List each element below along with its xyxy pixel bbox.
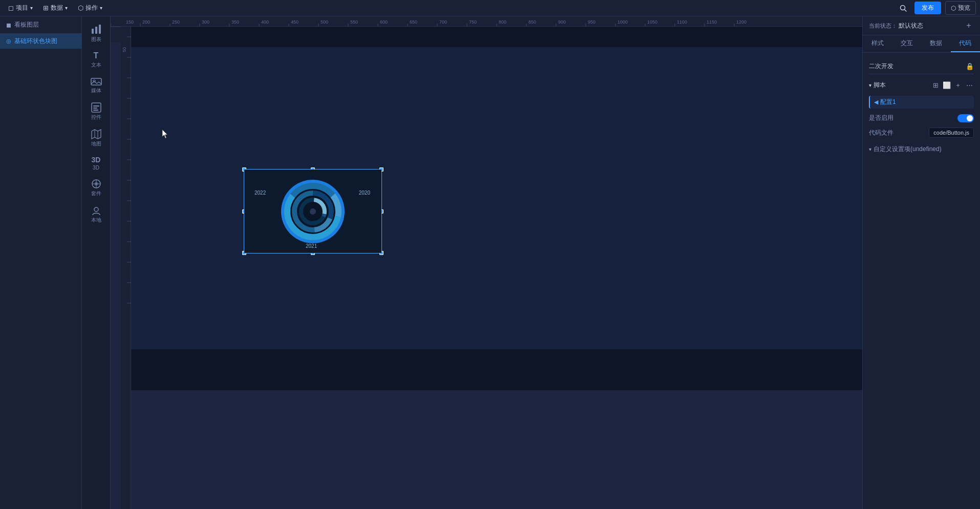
ruler-top: 150 200 250 300 350 400 450 500 550 600 (111, 16, 862, 27)
sidebar-item-map[interactable]: 地图 (85, 126, 108, 151)
svg-text:800: 800 (499, 19, 506, 25)
layer-item-chart[interactable]: ◎ 基础环状色块图 (0, 34, 81, 49)
svg-text:750: 750 (469, 19, 477, 25)
canvas-main-page (131, 47, 862, 349)
ruler-left-svg: 50 100 (121, 27, 131, 509)
tab-code[interactable]: 代码 (951, 35, 980, 52)
code-file-row: 代码文件 code/Button.js (869, 128, 974, 138)
preview-label: 预览 (958, 4, 970, 12)
sidebar-kit-label: 套件 (91, 190, 101, 197)
publish-button[interactable]: 发布 (914, 2, 941, 14)
script-section-title: ▾ 脚本 (869, 81, 886, 90)
preview-button[interactable]: ⬡ 预览 (945, 1, 976, 15)
script-section-actions: ⊞ ⬜ + ⋯ (931, 80, 974, 90)
right-panel-content: 二次开发 🔒 ▾ 脚本 ⊞ ⬜ + ⋯ ◀ 配置1 (863, 53, 980, 509)
code-file-label: 代码文件 (869, 129, 893, 137)
svg-point-87 (310, 208, 316, 215)
chart-widget[interactable]: 2022 2020 2021 (244, 169, 382, 253)
svg-text:550: 550 (350, 19, 358, 25)
chart-widget-inner: 2022 2020 2021 (244, 169, 381, 253)
svg-text:650: 650 (410, 19, 417, 25)
custom-settings-label: 自定义设置项(undefined) (874, 145, 942, 154)
script-item-name: 配置1 (880, 98, 970, 107)
ruler-left: 50 100 (121, 27, 131, 509)
svg-text:700: 700 (439, 19, 447, 25)
page-header-bar (131, 27, 862, 47)
left-layers-panel: ◼ 看板图层 ◎ 基础环状色块图 (0, 16, 82, 509)
layers-icon: ◼ (6, 22, 11, 29)
second-dev-title: 二次开发 (869, 62, 893, 71)
layers-title: 看板图层 (14, 20, 39, 29)
svg-point-15 (94, 207, 98, 211)
add-state-button[interactable]: + (964, 20, 974, 31)
sidebar-item-kit[interactable]: 套件 (85, 176, 108, 200)
svg-text:200: 200 (142, 19, 150, 25)
svg-text:1100: 1100 (677, 19, 687, 25)
second-dev-section[interactable]: 二次开发 🔒 (869, 58, 974, 74)
menu-project-label: 项目 (16, 4, 28, 12)
script-title-text: 脚本 (874, 81, 886, 90)
sidebar-item-controls[interactable]: 控件 (85, 99, 108, 124)
svg-rect-5 (91, 78, 101, 85)
svg-rect-14 (95, 182, 98, 185)
sidebar-item-chart[interactable]: 图表 (85, 20, 108, 46)
svg-text:850: 850 (528, 19, 536, 25)
svg-text:350: 350 (231, 19, 239, 25)
data-arrow-icon: ▾ (65, 5, 68, 11)
svg-text:1000: 1000 (617, 19, 628, 25)
canvas-page-area: 2022 2020 2021 (131, 27, 862, 509)
page-footer-bar (131, 349, 862, 390)
ruler-top-svg: 150 200 250 300 350 400 450 500 550 600 (111, 16, 862, 26)
enable-toggle[interactable] (957, 114, 974, 122)
tab-data[interactable]: 数据 (922, 35, 951, 52)
top-right-actions: 发布 ⬡ 预览 (896, 1, 976, 15)
svg-line-1 (905, 9, 907, 11)
menu-data[interactable]: ⊞ 数据 ▾ (39, 2, 72, 14)
sidebar-chart-label: 图表 (91, 36, 101, 43)
year-2021-label: 2021 (306, 243, 317, 249)
custom-settings-row[interactable]: ▾ 自定义设置项(undefined) (869, 143, 974, 156)
sidebar-item-local[interactable]: 本地 (85, 202, 108, 227)
sidebar-item-text[interactable]: T 文本 (85, 48, 108, 72)
sidebar-item-3d[interactable]: 3D 3D (85, 153, 108, 174)
ops-icon: ⬡ (78, 4, 83, 12)
right-panel-header: 当前状态： 默认状态 + (863, 16, 980, 35)
search-button[interactable] (896, 1, 910, 15)
svg-text:1150: 1150 (707, 19, 717, 25)
script-item-config1[interactable]: ◀ 配置1 (869, 96, 974, 109)
script-table-icon[interactable]: ⊞ (931, 80, 940, 90)
controls-icon (91, 102, 101, 113)
svg-text:250: 250 (172, 19, 180, 25)
code-file-value[interactable]: code/Button.js (929, 128, 974, 138)
svg-text:50: 50 (122, 47, 127, 52)
canvas-area: 150 200 250 300 350 400 450 500 550 600 (111, 16, 862, 509)
sidebar-item-media[interactable]: 媒体 (85, 74, 108, 97)
script-more-icon[interactable]: ⋯ (965, 80, 974, 90)
svg-text:600: 600 (380, 19, 388, 25)
state-label: 当前状态： (869, 23, 897, 29)
state-info: 当前状态： 默认状态 (869, 22, 923, 30)
sidebar-map-label: 地图 (91, 140, 101, 147)
year-2022-label: 2022 (254, 190, 266, 196)
ops-arrow-icon: ▾ (100, 5, 102, 11)
script-grid-icon[interactable]: ⬜ (942, 80, 951, 90)
tab-interact[interactable]: 交互 (892, 35, 921, 52)
svg-rect-8 (93, 105, 99, 107)
menu-data-label: 数据 (51, 4, 63, 12)
menu-ops[interactable]: ⬡ 操作 ▾ (74, 2, 106, 14)
svg-rect-10 (93, 110, 98, 111)
canvas-workspace[interactable]: 50 100 (121, 27, 862, 509)
svg-text:900: 900 (558, 19, 566, 25)
svg-rect-3 (95, 27, 97, 34)
tab-style[interactable]: 样式 (863, 35, 892, 52)
script-add-icon[interactable]: + (953, 80, 963, 90)
right-panel-tabs: 样式 交互 数据 代码 (863, 35, 980, 53)
menu-ops-label: 操作 (86, 4, 98, 12)
3d-icon: 3D (92, 156, 101, 164)
kit-icon (91, 179, 101, 189)
project-icon: ◻ (8, 4, 14, 12)
top-menubar: ◻ 项目 ▾ ⊞ 数据 ▾ ⬡ 操作 ▾ 发布 ⬡ 预览 (0, 0, 980, 16)
svg-text:300: 300 (202, 19, 209, 25)
data-icon: ⊞ (43, 4, 49, 12)
menu-project[interactable]: ◻ 项目 ▾ (4, 2, 37, 14)
